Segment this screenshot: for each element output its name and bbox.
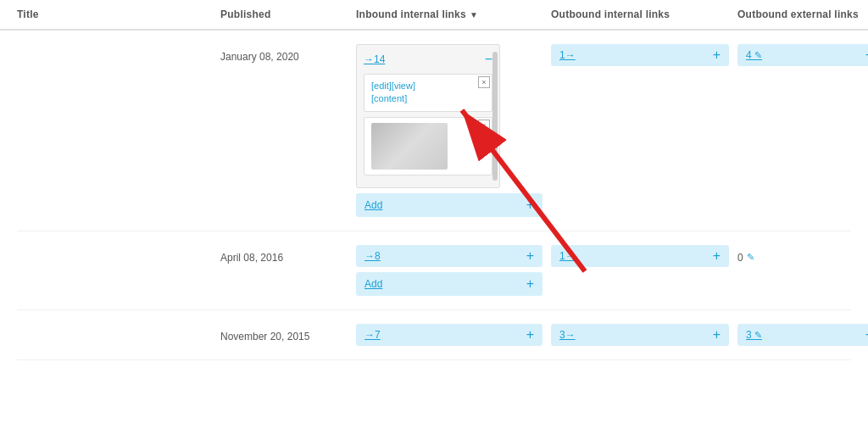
outbound-internal-plus-3[interactable]: + [713, 328, 721, 342]
cell-outbound-internal-2: 1→ + [551, 245, 737, 267]
table-body: January 08, 2020 →14 − × [edit][view][co… [0, 31, 868, 360]
link-item-text: × [edit][view][content] [364, 74, 492, 112]
outbound-internal-plus-2[interactable]: + [713, 249, 721, 263]
plus-icon[interactable]: + [526, 198, 534, 213]
cell-inbound-3: →7 + [356, 324, 551, 346]
link-item-thumb-wrap: × [364, 117, 492, 175]
outbound-internal-pill-2[interactable]: 1→ + [551, 245, 729, 267]
outbound-internal-pill-3[interactable]: 3→ + [551, 324, 729, 346]
outbound-external-plus-1[interactable]: + [865, 48, 868, 62]
cell-outbound-external-3: 3 ✎ + [737, 324, 868, 346]
outbound-internal-plus-1[interactable]: + [713, 48, 721, 62]
link-thumbnail [371, 123, 448, 170]
table-header: Title Published Inbound internal links ▼… [0, 0, 868, 31]
cell-inbound-1: →14 − × [edit][view][content] × [356, 44, 551, 217]
table-row-2: April 08, 2016 →8 + Add + 1→ + 0 [17, 231, 851, 310]
cell-inbound-2: →8 + Add + [356, 245, 551, 296]
main-table: Title Published Inbound internal links ▼… [0, 0, 868, 360]
col-inbound-internal[interactable]: Inbound internal links ▼ [356, 8, 551, 20]
expanded-panel: →14 − × [edit][view][content] × [356, 44, 500, 188]
col-outbound-external: Outbound external links [737, 8, 868, 20]
outbound-external-pill-3[interactable]: 3 ✎ + [737, 324, 868, 346]
inbound-plus-2[interactable]: + [526, 249, 534, 263]
table-row-3: November 20, 2015 →7 + 3→ + 3 ✎ + [17, 310, 851, 360]
add-pill-1[interactable]: Add + [356, 193, 542, 217]
expanded-header: →14 − [364, 52, 492, 67]
outbound-internal-count-1[interactable]: 1→ [559, 49, 576, 61]
cell-date-1: January 08, 2020 [220, 44, 356, 63]
inbound-count-2[interactable]: →8 [364, 250, 381, 262]
expanded-count[interactable]: →14 [364, 53, 385, 65]
cell-outbound-internal-3: 3→ + [551, 324, 737, 346]
outbound-internal-pill-1[interactable]: 1→ + [551, 44, 729, 66]
plus-icon-2[interactable]: + [526, 276, 534, 292]
close-button-2[interactable]: × [478, 120, 490, 131]
sort-icon: ▼ [470, 10, 478, 19]
outbound-internal-count-3[interactable]: 3→ [559, 329, 576, 341]
outbound-external-count-1[interactable]: 4 ✎ [746, 49, 762, 61]
cell-outbound-external-2: 0 ✎ [737, 245, 868, 264]
col-outbound-internal: Outbound internal links [551, 8, 737, 20]
outbound-external-count-2: 0 [737, 252, 743, 264]
link-item-content: [edit][view][content] [371, 80, 485, 106]
table-row: January 08, 2020 →14 − × [edit][view][co… [17, 31, 851, 231]
inbound-pill-3[interactable]: →7 + [356, 324, 542, 346]
scrollbar[interactable] [492, 52, 498, 181]
add-pill-2[interactable]: Add + [356, 272, 542, 296]
outbound-external-pill-1[interactable]: 4 ✎ + [737, 44, 868, 66]
inbound-pill-2[interactable]: →8 + [356, 245, 542, 267]
col-published: Published [220, 8, 356, 20]
edit-icon-1[interactable]: ✎ [754, 50, 762, 60]
cell-outbound-external-1: 4 ✎ + [737, 44, 868, 66]
cell-date-2: April 08, 2016 [220, 245, 356, 264]
cell-date-3: November 20, 2015 [220, 324, 356, 343]
inbound-count-3[interactable]: →7 [364, 329, 381, 341]
outbound-external-count-3[interactable]: 3 ✎ [746, 329, 762, 341]
inbound-plus-3[interactable]: + [526, 328, 534, 342]
outbound-external-nopill-2: 0 ✎ [737, 245, 868, 264]
outbound-internal-count-2[interactable]: 1→ [559, 250, 576, 262]
outbound-external-plus-3[interactable]: + [865, 328, 868, 342]
add-link-2[interactable]: Add [364, 278, 382, 290]
col-title: Title [17, 8, 220, 20]
collapse-button[interactable]: − [485, 52, 492, 67]
edit-icon-3[interactable]: ✎ [754, 330, 762, 340]
add-link[interactable]: Add [364, 199, 382, 211]
edit-icon-2[interactable]: ✎ [747, 252, 754, 263]
close-button[interactable]: × [478, 76, 490, 88]
cell-outbound-internal-1: 1→ + [551, 44, 737, 66]
